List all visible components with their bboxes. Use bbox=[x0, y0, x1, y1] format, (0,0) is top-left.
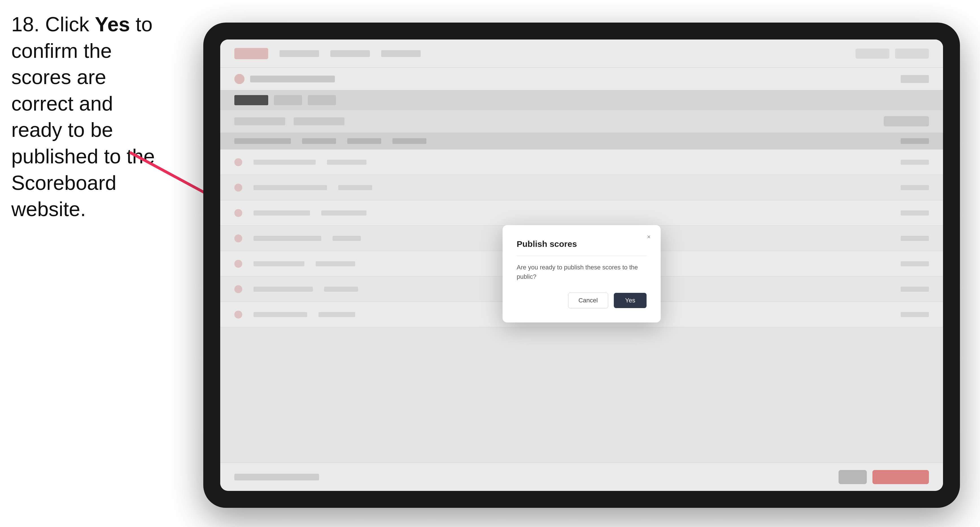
instruction-text: 18. Click Yes to confirm the scores are … bbox=[11, 11, 169, 222]
publish-scores-dialog: × Publish scores Are you ready to publis… bbox=[503, 225, 661, 322]
dialog-divider bbox=[517, 256, 647, 256]
bold-keyword: Yes bbox=[95, 13, 130, 35]
dialog-title: Publish scores bbox=[517, 239, 647, 249]
dialog-yes-button[interactable]: Yes bbox=[614, 293, 647, 308]
tablet-device: × Publish scores Are you ready to publis… bbox=[203, 22, 960, 508]
modal-overlay: × Publish scores Are you ready to publis… bbox=[220, 40, 943, 491]
dialog-cancel-button[interactable]: Cancel bbox=[568, 292, 608, 308]
step-number: 18. bbox=[11, 13, 40, 35]
dialog-close-button[interactable]: × bbox=[644, 232, 654, 242]
dialog-body: Are you ready to publish these scores to… bbox=[517, 263, 647, 281]
instruction-suffix: to confirm the scores are correct and re… bbox=[11, 13, 155, 220]
dialog-buttons: Cancel Yes bbox=[517, 292, 647, 308]
tablet-screen: × Publish scores Are you ready to publis… bbox=[220, 40, 943, 491]
instruction-prefix: Click bbox=[40, 13, 95, 35]
